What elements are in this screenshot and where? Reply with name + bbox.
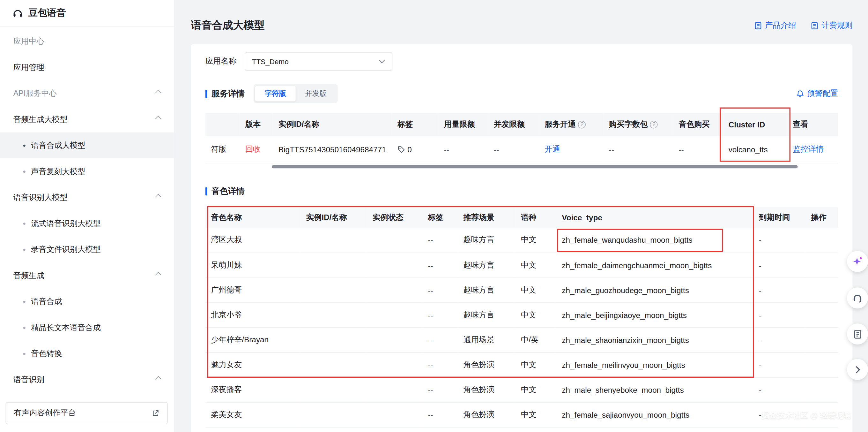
cell-operation [805,228,838,253]
sidebar-item-speech-recognition[interactable]: 语音识别 [0,367,174,393]
audio-content-platform-button[interactable]: 有声内容创作平台 [5,402,167,424]
watermark-text: 掘金技术社区 @ 轻语呢喃 [762,410,851,420]
tab-character-version[interactable]: 字符版 [255,86,296,102]
cell-version-recycle[interactable]: 回收 [240,136,273,163]
cell-word-package: -- [603,136,673,163]
cell-voice-type: zh_female_meilinvyou_moon_bigtts [556,352,753,377]
cell-language: 中/英 [516,327,556,352]
sidebar-item-asr-model[interactable]: 语音识别大模型 [0,184,174,211]
table-row: 深夜播客 -- 角色扮演 中文 zh_male_shenyeboke_moon_… [206,377,838,402]
cell-voice-type: zh_female_daimengchuanmei_moon_bigtts [556,253,753,278]
sidebar-item-audio-generation[interactable]: 音频生成 [0,262,174,289]
voice-table-header-row: 音色名称 实例ID/名称 实例状态 标签 推荐场景 语种 Voice_type … [206,207,838,228]
header-links: 产品介绍 计费规则 [754,21,852,30]
version-tabs: 字符版 并发版 [254,84,338,103]
service-section-title: 服务详情 [212,88,245,99]
col-instance-id: 实例ID/名称 [273,113,392,136]
screenshot-viewport: 豆包语音 应用中心 应用管理 API服务中心 音频生成大模型 语音合成大模型 声… [0,0,868,432]
cell-language: 中文 [516,352,556,377]
sidebar-item-app-center[interactable]: 应用中心 [0,28,174,54]
sidebar-item-api-service-center[interactable]: API服务中心 [0,81,174,107]
col-concurrency-limit: 并发限额 [488,113,539,136]
cell-voice-type: zh_male_beijingxiaoye_moon_bigtts [556,303,753,327]
cell-instance-status [367,377,423,402]
voice-table-wrap: 音色名称 实例ID/名称 实例状态 标签 推荐场景 语种 Voice_type … [206,207,838,428]
bullet-dot-icon [23,222,26,225]
sidebar-item-tts-model[interactable]: 语音合成大模型 [0,133,174,159]
sidebar-item-app-management[interactable]: 应用管理 [0,54,174,81]
sidebar-item-audio-gen-model[interactable]: 音频生成大模型 [0,106,174,133]
cell-tag: -- [422,253,458,278]
cell-voice-type: zh_female_sajiaonvyou_moon_bigtts [556,402,753,427]
cell-instance-status [367,352,423,377]
cell-voice-name: 呆萌川妹 [206,253,301,278]
cell-voice-name: 广州德哥 [206,278,301,303]
alert-config-button[interactable]: 预警配置 [796,89,838,99]
cell-instance-status [367,402,423,427]
col-cluster-id: Cluster ID [723,113,787,136]
cell-instance-status [367,303,423,327]
help-icon[interactable]: ? [650,121,657,128]
collapse-panel-button[interactable] [847,359,868,380]
cell-operation [805,377,838,402]
cell-expire: - [753,352,805,377]
ai-assistant-button[interactable] [847,251,868,272]
headset-logo-icon [12,7,23,19]
cell-tag: -- [422,402,458,427]
cell-tag: -- [422,278,458,303]
cell-scene: 趣味方言 [458,253,515,278]
col-language: 语种 [516,207,556,228]
app-name-select[interactable]: TTS_Demo [245,52,392,71]
col-view: 查看 [787,113,838,136]
col-voice-purchase: 音色购买 [673,113,723,136]
sparkle-icon [852,256,863,267]
col-tag: 标签 [392,113,439,136]
cell-monitor-detail-link[interactable]: 监控详情 [787,136,838,163]
col-type [206,113,240,136]
cell-voice-name: 柔美女友 [206,402,301,427]
cell-instance-status [367,327,423,352]
sidebar-item-longtext-tts[interactable]: 精品长文本语音合成 [0,315,174,341]
cell-operation [805,327,838,352]
cell-tag: -- [422,228,458,253]
sidebar-item-voice-conversion[interactable]: 音色转换 [0,341,174,367]
cell-voice-name: 湾区大叔 [206,228,301,253]
sidebar-item-streaming-asr[interactable]: 流式语音识别大模型 [0,210,174,237]
table-row: 北京小爷 -- 趣味方言 中文 zh_male_beijingxiaoye_mo… [206,303,838,327]
customer-support-button[interactable] [847,287,868,309]
cell-instance-id [301,228,367,253]
cell-cluster-id: volcano_tts [723,136,787,163]
cell-instance-id [301,327,367,352]
scrollbar-thumb[interactable] [272,165,798,168]
voice-section-header: 音色详情 [206,183,838,199]
product-intro-link[interactable]: 产品介绍 [754,21,796,30]
tag-icon [398,146,405,153]
sidebar-item-tts[interactable]: 语音合成 [0,289,174,315]
cell-voice-name: 魅力女友 [206,352,301,377]
cell-concurrency-limit: -- [488,136,539,163]
bullet-dot-icon [23,327,26,329]
app-stage: 豆包语音 应用中心 应用管理 API服务中心 音频生成大模型 语音合成大模型 声… [0,0,868,432]
tab-concurrent-version[interactable]: 并发版 [296,86,336,102]
app-select-row: 应用名称 TTS_Demo [206,52,838,71]
cell-voice-name: 深夜播客 [206,377,301,402]
col-expire-time: 到期时间 [753,207,805,228]
cell-expire: - [753,228,805,253]
sidebar-nav: 应用中心 应用管理 API服务中心 音频生成大模型 语音合成大模型 声音复刻大模… [0,27,174,393]
cell-expire: - [753,377,805,402]
cell-expire: - [753,327,805,352]
cell-service-open-link[interactable]: 开通 [539,136,603,163]
col-service-open: 服务开通? [539,113,603,136]
sidebar-item-voice-clone-model[interactable]: 声音复刻大模型 [0,159,174,184]
cell-scene: 角色扮演 [458,377,515,402]
cell-tag: -- [422,377,458,402]
sidebar-item-file-asr[interactable]: 录音文件识别大模型 [0,237,174,263]
table-row: 广州德哥 -- 趣味方言 中文 zh_male_guozhoudege_moon… [206,278,838,303]
docs-button[interactable] [847,323,868,345]
col-voice-name: 音色名称 [206,207,301,228]
service-table-wrap: 版本 实例ID/名称 标签 用量限额 并发限额 服务开通? 购买字数包? 音色购… [206,113,838,168]
col-usage-limit: 用量限额 [438,113,488,136]
billing-rules-link[interactable]: 计费规则 [810,21,852,30]
table-row: 少年梓辛/Brayan -- 通用场景 中/英 zh_male_shaonian… [206,327,838,352]
help-icon[interactable]: ? [578,121,586,128]
